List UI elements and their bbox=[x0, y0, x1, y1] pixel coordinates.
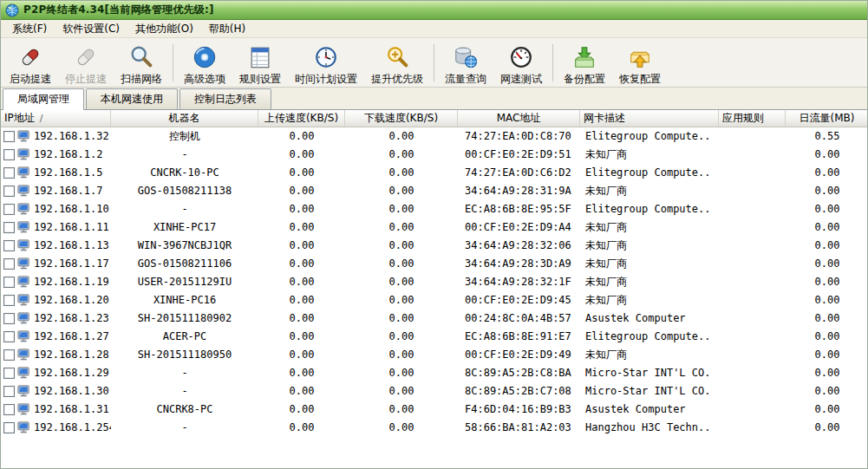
computer-icon bbox=[17, 203, 31, 216]
machine-name: XINHE-PC17 bbox=[111, 218, 258, 237]
row-checkbox[interactable] bbox=[3, 277, 15, 288]
upload-speed: 0.00 bbox=[258, 146, 345, 164]
restore-config-button[interactable]: 恢复配置 bbox=[612, 40, 668, 86]
daily-traffic: 0.00 bbox=[786, 273, 867, 291]
table-row[interactable]: 192.168.1.11 XINHE-PC17 0.00 0.00 00:CF:… bbox=[1, 218, 867, 237]
column-header-upload-speed[interactable]: 上传速度(KB/S) bbox=[258, 110, 345, 127]
row-checkbox[interactable] bbox=[3, 404, 15, 415]
rules-settings-button[interactable]: 规则设置 bbox=[232, 40, 288, 86]
table-row[interactable]: 192.168.1.2 - 0.00 0.00 00:CF:E0:2E:D9:5… bbox=[1, 146, 867, 164]
mac-address: 00:CF:E0:2E:D9:45 bbox=[458, 291, 580, 309]
column-header-mac[interactable]: MAC地址 bbox=[458, 110, 580, 127]
row-checkbox[interactable] bbox=[3, 222, 15, 233]
column-header-download-speed[interactable]: 下载速度(KB/S) bbox=[345, 110, 458, 127]
table-row[interactable]: 192.168.1.29 - 0.00 0.00 8C:89:A5:2B:C8:… bbox=[1, 364, 867, 382]
pill-disabled-icon bbox=[72, 43, 100, 71]
machine-name: - bbox=[111, 382, 258, 401]
row-checkbox[interactable] bbox=[3, 186, 15, 197]
row-checkbox[interactable] bbox=[3, 240, 15, 251]
disc-icon bbox=[191, 43, 219, 71]
upload-speed: 0.00 bbox=[258, 291, 345, 309]
machine-name: WIN-3967NCBJ1QR bbox=[111, 237, 258, 255]
row-checkbox[interactable] bbox=[3, 313, 15, 324]
applied-rule bbox=[719, 182, 786, 200]
applied-rule bbox=[719, 237, 786, 255]
daily-traffic: 0.00 bbox=[786, 382, 867, 401]
download-speed: 0.00 bbox=[345, 382, 458, 401]
table-row[interactable]: 192.168.1.19 USER-20151129IU 0.00 0.00 3… bbox=[1, 273, 867, 291]
table-row[interactable]: 192.168.1.254 - 0.00 0.00 58:66:BA:81:A2… bbox=[1, 419, 867, 437]
download-speed: 0.00 bbox=[345, 346, 458, 364]
menu-other-functions[interactable]: 其他功能(O) bbox=[127, 20, 201, 38]
toolbar-label: 提升优先级 bbox=[371, 72, 423, 87]
advanced-options-button[interactable]: 高级选项 bbox=[177, 40, 232, 86]
table-row[interactable]: 192.168.1.7 GOS-01508211138 0.00 0.00 34… bbox=[1, 182, 867, 200]
table-row[interactable]: 192.168.1.10 - 0.00 0.00 EC:A8:6B:8E:95:… bbox=[1, 200, 867, 218]
row-checkbox[interactable] bbox=[3, 258, 15, 270]
backup-config-button[interactable]: 备份配置 bbox=[557, 40, 612, 86]
row-checkbox[interactable] bbox=[3, 131, 15, 142]
speed-test-button[interactable]: 网速测试 bbox=[493, 40, 549, 86]
ip-address: 192.168.1.30 bbox=[34, 382, 109, 401]
start-boost-button[interactable]: 启动提速 bbox=[3, 40, 58, 86]
machine-name: - bbox=[111, 419, 258, 437]
column-header-daily-traffic[interactable]: 日流量(MB) bbox=[786, 110, 867, 127]
time-plan-button[interactable]: 时间计划设置 bbox=[288, 40, 364, 86]
menu-help[interactable]: 帮助(H) bbox=[201, 20, 253, 38]
table-row[interactable]: 192.168.1.5 CNCRK-10-PC 0.00 0.00 74:27:… bbox=[1, 164, 867, 182]
computer-icon bbox=[17, 257, 31, 270]
traffic-query-button[interactable]: 流量查询 bbox=[438, 40, 493, 86]
row-checkbox[interactable] bbox=[3, 368, 15, 379]
stop-boost-button[interactable]: 停止提速 bbox=[58, 40, 114, 86]
pill-icon bbox=[16, 43, 44, 71]
toolbar-label: 时间计划设置 bbox=[295, 72, 357, 87]
mac-address: EC:A8:6B:8E:95:5F bbox=[458, 200, 580, 218]
table-row[interactable]: 192.168.1.30 - 0.00 0.00 8C:89:A5:2B:C7:… bbox=[1, 382, 867, 401]
row-checkbox[interactable] bbox=[3, 149, 15, 160]
row-checkbox[interactable] bbox=[3, 331, 15, 342]
column-header-machine-name[interactable]: 机器名 bbox=[111, 110, 258, 127]
row-checkbox[interactable] bbox=[3, 295, 15, 306]
boost-priority-button[interactable]: 提升优先级 bbox=[364, 40, 430, 86]
row-checkbox[interactable] bbox=[3, 349, 15, 361]
table-row[interactable]: 192.168.1.32 控制机 0.00 0.00 74:27:EA:0D:C… bbox=[1, 127, 867, 146]
nic-description: 未知厂商 bbox=[580, 255, 719, 273]
toolbar-label: 启动提速 bbox=[10, 72, 51, 87]
download-speed: 0.00 bbox=[345, 182, 458, 200]
app-icon bbox=[5, 3, 19, 17]
toolbar-label: 恢复配置 bbox=[619, 72, 661, 87]
table-row[interactable]: 192.168.1.17 GOS-01508211106 0.00 0.00 3… bbox=[1, 255, 867, 273]
applied-rule bbox=[719, 382, 786, 401]
download-speed: 0.00 bbox=[345, 328, 458, 346]
tab-local-speed-usage[interactable]: 本机网速使用 bbox=[86, 88, 178, 109]
table-row[interactable]: 192.168.1.13 WIN-3967NCBJ1QR 0.00 0.00 3… bbox=[1, 237, 867, 255]
table-row[interactable]: 192.168.1.27 ACER-PC 0.00 0.00 EC:A8:6B:… bbox=[1, 328, 867, 346]
upload-speed: 0.00 bbox=[258, 273, 345, 291]
column-header-nic[interactable]: 网卡描述 bbox=[580, 110, 719, 127]
priority-magnifier-icon bbox=[383, 43, 411, 71]
row-checkbox[interactable] bbox=[3, 204, 15, 215]
menu-software-settings[interactable]: 软件设置(C) bbox=[55, 20, 127, 38]
table-row[interactable]: 192.168.1.28 SH-201511180950 0.00 0.00 0… bbox=[1, 346, 867, 364]
scan-network-button[interactable]: 扫描网络 bbox=[114, 40, 169, 86]
tab-control-log-list[interactable]: 控制日志列表 bbox=[179, 88, 271, 109]
table-row[interactable]: 192.168.1.23 SH-201511180902 0.00 0.00 0… bbox=[1, 309, 867, 328]
tab-lan-management[interactable]: 局域网管理 bbox=[3, 88, 84, 110]
daily-traffic: 0.00 bbox=[786, 291, 867, 309]
upload-speed: 0.00 bbox=[258, 218, 345, 237]
toolbar-label: 扫描网络 bbox=[121, 72, 162, 87]
column-header-rule[interactable]: 应用规则 bbox=[719, 110, 786, 127]
daily-traffic: 0.00 bbox=[786, 255, 867, 273]
applied-rule bbox=[719, 164, 786, 182]
machine-name: GOS-01508211106 bbox=[111, 255, 258, 273]
machine-name: GOS-01508211138 bbox=[111, 182, 258, 200]
row-checkbox[interactable] bbox=[3, 386, 15, 397]
row-checkbox[interactable] bbox=[3, 167, 15, 179]
menu-system[interactable]: 系统(F) bbox=[4, 20, 55, 38]
table-row[interactable]: 192.168.1.20 XINHE-PC16 0.00 0.00 00:CF:… bbox=[1, 291, 867, 309]
column-header-ip[interactable]: IP地址 ∕ bbox=[1, 110, 111, 127]
table-row[interactable]: 192.168.1.31 CNCRK8-PC 0.00 0.00 F4:6D:0… bbox=[1, 401, 867, 419]
toolbar-separator bbox=[173, 44, 173, 81]
nic-description: Hangzhou H3C Techn.. bbox=[580, 419, 719, 437]
row-checkbox[interactable] bbox=[3, 422, 15, 433]
